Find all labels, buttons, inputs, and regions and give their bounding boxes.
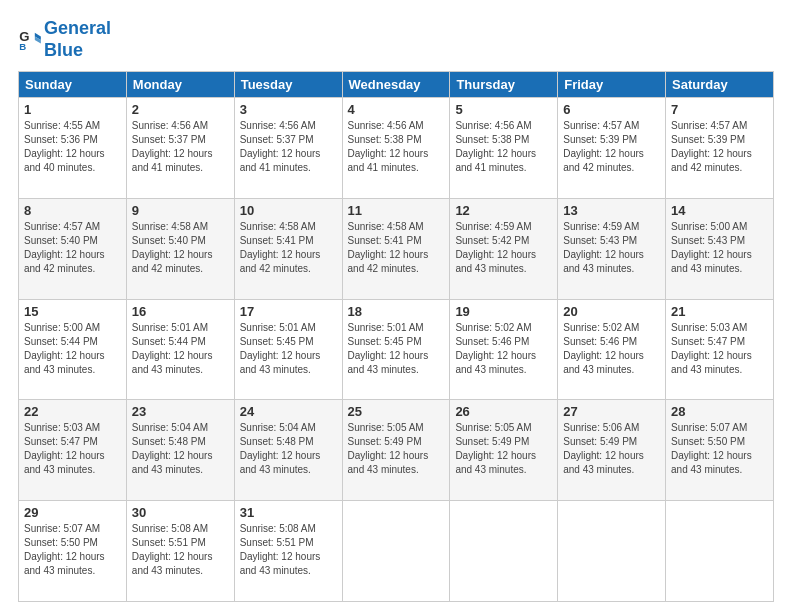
table-row — [558, 501, 666, 602]
table-row: 26Sunrise: 5:05 AMSunset: 5:49 PMDayligh… — [450, 400, 558, 501]
table-row — [666, 501, 774, 602]
table-row: 12Sunrise: 4:59 AMSunset: 5:42 PMDayligh… — [450, 198, 558, 299]
logo-text-line2: Blue — [44, 40, 111, 62]
table-row: 14Sunrise: 5:00 AMSunset: 5:43 PMDayligh… — [666, 198, 774, 299]
logo: G B General Blue — [18, 18, 111, 61]
col-sunday: Sunday — [19, 72, 127, 98]
table-row: 6Sunrise: 4:57 AMSunset: 5:39 PMDaylight… — [558, 98, 666, 199]
calendar-week-2: 8Sunrise: 4:57 AMSunset: 5:40 PMDaylight… — [19, 198, 774, 299]
svg-text:B: B — [19, 40, 26, 51]
table-row: 24Sunrise: 5:04 AMSunset: 5:48 PMDayligh… — [234, 400, 342, 501]
logo-text-line1: General — [44, 18, 111, 40]
table-row: 29Sunrise: 5:07 AMSunset: 5:50 PMDayligh… — [19, 501, 127, 602]
table-row: 31Sunrise: 5:08 AMSunset: 5:51 PMDayligh… — [234, 501, 342, 602]
table-row: 23Sunrise: 5:04 AMSunset: 5:48 PMDayligh… — [126, 400, 234, 501]
page: G B General Blue Sunday Monday Tuesday W… — [0, 0, 792, 612]
table-row: 11Sunrise: 4:58 AMSunset: 5:41 PMDayligh… — [342, 198, 450, 299]
calendar-header-row: Sunday Monday Tuesday Wednesday Thursday… — [19, 72, 774, 98]
table-row: 30Sunrise: 5:08 AMSunset: 5:51 PMDayligh… — [126, 501, 234, 602]
header: G B General Blue — [18, 18, 774, 61]
calendar-week-3: 15Sunrise: 5:00 AMSunset: 5:44 PMDayligh… — [19, 299, 774, 400]
col-wednesday: Wednesday — [342, 72, 450, 98]
table-row: 28Sunrise: 5:07 AMSunset: 5:50 PMDayligh… — [666, 400, 774, 501]
table-row: 4Sunrise: 4:56 AMSunset: 5:38 PMDaylight… — [342, 98, 450, 199]
table-row: 17Sunrise: 5:01 AMSunset: 5:45 PMDayligh… — [234, 299, 342, 400]
table-row: 20Sunrise: 5:02 AMSunset: 5:46 PMDayligh… — [558, 299, 666, 400]
table-row — [450, 501, 558, 602]
table-row: 1Sunrise: 4:55 AMSunset: 5:36 PMDaylight… — [19, 98, 127, 199]
table-row: 5Sunrise: 4:56 AMSunset: 5:38 PMDaylight… — [450, 98, 558, 199]
calendar-table: Sunday Monday Tuesday Wednesday Thursday… — [18, 71, 774, 602]
col-tuesday: Tuesday — [234, 72, 342, 98]
table-row: 27Sunrise: 5:06 AMSunset: 5:49 PMDayligh… — [558, 400, 666, 501]
table-row: 8Sunrise: 4:57 AMSunset: 5:40 PMDaylight… — [19, 198, 127, 299]
calendar-week-4: 22Sunrise: 5:03 AMSunset: 5:47 PMDayligh… — [19, 400, 774, 501]
table-row: 21Sunrise: 5:03 AMSunset: 5:47 PMDayligh… — [666, 299, 774, 400]
col-friday: Friday — [558, 72, 666, 98]
col-monday: Monday — [126, 72, 234, 98]
table-row: 9Sunrise: 4:58 AMSunset: 5:40 PMDaylight… — [126, 198, 234, 299]
table-row: 22Sunrise: 5:03 AMSunset: 5:47 PMDayligh… — [19, 400, 127, 501]
table-row: 25Sunrise: 5:05 AMSunset: 5:49 PMDayligh… — [342, 400, 450, 501]
table-row: 19Sunrise: 5:02 AMSunset: 5:46 PMDayligh… — [450, 299, 558, 400]
col-thursday: Thursday — [450, 72, 558, 98]
table-row: 7Sunrise: 4:57 AMSunset: 5:39 PMDaylight… — [666, 98, 774, 199]
table-row: 10Sunrise: 4:58 AMSunset: 5:41 PMDayligh… — [234, 198, 342, 299]
table-row: 18Sunrise: 5:01 AMSunset: 5:45 PMDayligh… — [342, 299, 450, 400]
table-row: 3Sunrise: 4:56 AMSunset: 5:37 PMDaylight… — [234, 98, 342, 199]
table-row: 13Sunrise: 4:59 AMSunset: 5:43 PMDayligh… — [558, 198, 666, 299]
table-row — [342, 501, 450, 602]
col-saturday: Saturday — [666, 72, 774, 98]
table-row: 15Sunrise: 5:00 AMSunset: 5:44 PMDayligh… — [19, 299, 127, 400]
table-row: 16Sunrise: 5:01 AMSunset: 5:44 PMDayligh… — [126, 299, 234, 400]
calendar-week-5: 29Sunrise: 5:07 AMSunset: 5:50 PMDayligh… — [19, 501, 774, 602]
table-row: 2Sunrise: 4:56 AMSunset: 5:37 PMDaylight… — [126, 98, 234, 199]
logo-icon: G B — [18, 28, 42, 52]
calendar-week-1: 1Sunrise: 4:55 AMSunset: 5:36 PMDaylight… — [19, 98, 774, 199]
